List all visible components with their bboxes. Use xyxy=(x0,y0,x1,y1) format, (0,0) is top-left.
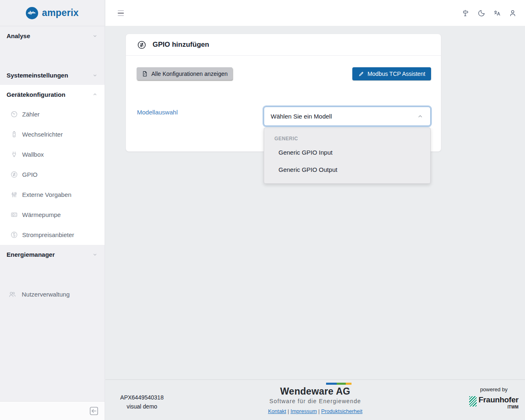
chevron-up-icon xyxy=(417,113,424,120)
waveform-circle-icon xyxy=(26,7,38,19)
section-label: Gerätekonfiguration xyxy=(7,91,65,98)
fraunhofer-institute: ITWM xyxy=(507,405,518,409)
wendeware-color-bar xyxy=(326,383,352,385)
main-area: GPIO hinzufügen Alle Konfigurationen anz… xyxy=(105,0,525,420)
card-header: GPIO hinzufügen xyxy=(126,34,441,56)
sidebar-item-wechselrichter[interactable]: Wechselrichter xyxy=(0,124,105,144)
footer-links: Kontakt | Impressum | Produktsicherheit xyxy=(229,408,402,414)
sidebar-item-nutzerverwaltung[interactable]: Nutzerverwaltung xyxy=(0,284,105,304)
inverter-battery-icon xyxy=(10,130,18,138)
meter-gauge-icon xyxy=(10,110,18,118)
section-label: Systemeinstellungen xyxy=(7,72,68,79)
fraunhofer-stripes-icon xyxy=(469,396,477,406)
sidebar-section-systemeinstellungen[interactable]: Systemeinstellungen xyxy=(0,66,105,85)
sidebar-item-zaehler[interactable]: Zähler xyxy=(0,104,105,124)
brand-logo[interactable]: amperix xyxy=(0,0,105,26)
item-label: Wärmepumpe xyxy=(22,211,61,218)
sidebar-item-externe-vorgaben[interactable]: Externe Vorgaben xyxy=(0,185,105,205)
topbar-icons xyxy=(461,8,518,18)
company-tagline: Software für die Energiewende xyxy=(229,398,402,404)
brand-name: amperix xyxy=(42,7,79,18)
topbar xyxy=(105,0,525,26)
device-serial: APX6449540318 xyxy=(111,393,173,402)
heat-pump-icon xyxy=(10,211,18,219)
sidebar-section-energiemanager[interactable]: Energiemanager xyxy=(0,245,105,264)
item-label: GPIO xyxy=(22,171,38,178)
link-impressum[interactable]: Impressum xyxy=(290,408,317,414)
sidebar-item-strompreisanbieter[interactable]: Strompreisanbieter xyxy=(0,225,105,245)
item-label: Nutzerverwaltung xyxy=(22,291,70,298)
card-toolbar: Alle Konfigurationen anzeigen Modbus TCP… xyxy=(137,67,431,80)
spacer xyxy=(0,46,105,66)
section-label: Energiemanager xyxy=(7,251,55,258)
sidebar-item-waermepumpe[interactable]: Wärmepumpe xyxy=(0,205,105,225)
sidebar: amperix Analyse Systemeinstellungen Gerä… xyxy=(0,0,105,420)
item-label: Wechselrichter xyxy=(22,131,63,138)
device-info: APX6449540318 visual demo xyxy=(111,393,173,411)
sidebar-nav: Analyse Systemeinstellungen Gerätekonfig… xyxy=(0,26,105,304)
button-label: Modbus TCP Assistent xyxy=(368,71,425,77)
sidebar-group-geraetekonfiguration: Gerätekonfiguration Zähler Wechselricht xyxy=(0,85,105,245)
link-produktsicherheit[interactable]: Produktsicherheit xyxy=(321,408,362,414)
page-title: GPIO hinzufügen xyxy=(153,41,209,49)
sidebar-item-gpio[interactable]: GPIO xyxy=(0,164,105,185)
gpio-swap-icon xyxy=(10,171,18,178)
pen-icon xyxy=(358,71,364,77)
section-label: Analyse xyxy=(7,32,30,39)
dropdown-option-generic-gpio-input[interactable]: Generic GPIO Input xyxy=(264,144,430,161)
document-icon xyxy=(142,71,148,77)
price-dollar-circle-icon xyxy=(10,231,18,239)
signpost-icon[interactable] xyxy=(461,8,471,18)
item-label: Strompreisanbieter xyxy=(22,231,74,238)
item-label: Wallbox xyxy=(22,151,44,158)
dropdown-option-generic-gpio-output[interactable]: Generic GPIO Output xyxy=(264,161,430,178)
spacer xyxy=(0,264,105,284)
chevron-down-icon xyxy=(92,72,98,78)
translate-language-icon[interactable] xyxy=(492,8,502,18)
fraunhofer-name: Fraunhofer xyxy=(479,395,518,404)
chevron-down-icon xyxy=(92,251,98,258)
sidebar-footer xyxy=(0,401,105,420)
modbus-tcp-assistant-button[interactable]: Modbus TCP Assistent xyxy=(352,67,431,80)
button-label: Alle Konfigurationen anzeigen xyxy=(151,71,228,77)
page-footer: APX6449540318 visual demo Wendeware AG S… xyxy=(105,379,525,420)
powered-by-label: powered by xyxy=(469,386,518,393)
item-label: Zähler xyxy=(22,111,40,118)
link-separator: | xyxy=(288,408,290,414)
link-kontakt[interactable]: Kontakt xyxy=(268,408,286,414)
model-dropdown-menu: GENERIC Generic GPIO Input Generic GPIO … xyxy=(264,128,431,184)
chevron-down-icon xyxy=(92,33,98,39)
sidebar-section-geraetekonfiguration[interactable]: Gerätekonfiguration xyxy=(0,85,105,104)
model-select-label: Modellauswahl xyxy=(137,109,178,116)
hamburger-menu-icon[interactable] xyxy=(118,9,124,18)
company-name: Wendeware AG xyxy=(229,386,402,397)
sliders-icon xyxy=(10,191,18,199)
moon-dark-mode-icon[interactable] xyxy=(477,8,486,18)
chevron-up-icon xyxy=(92,91,98,98)
fraunhofer-logo: Fraunhofer ITWM xyxy=(469,395,518,409)
device-mode: visual demo xyxy=(111,402,173,411)
sidebar-section-analyse[interactable]: Analyse xyxy=(0,26,105,46)
plug-icon xyxy=(10,151,18,158)
gpio-swap-icon xyxy=(137,40,146,50)
collapse-sidebar-arrow-icon[interactable] xyxy=(89,406,99,416)
content-area: GPIO hinzufügen Alle Konfigurationen anz… xyxy=(105,26,525,379)
user-profile-icon[interactable] xyxy=(508,8,518,18)
link-separator: | xyxy=(318,408,321,414)
model-select[interactable]: Wählen Sie ein Modell xyxy=(264,107,431,126)
users-icon xyxy=(8,290,16,299)
company-block: Wendeware AG Software für die Energiewen… xyxy=(229,383,402,414)
show-all-configurations-button[interactable]: Alle Konfigurationen anzeigen xyxy=(137,67,233,80)
model-select-value: Wählen Sie ein Modell xyxy=(271,113,332,120)
dropdown-group-label: GENERIC xyxy=(264,133,430,144)
powered-by-block: powered by Fraunhofer ITWM xyxy=(469,386,518,409)
gpio-add-card: GPIO hinzufügen Alle Konfigurationen anz… xyxy=(126,34,441,152)
sidebar-item-wallbox[interactable]: Wallbox xyxy=(0,144,105,164)
item-label: Externe Vorgaben xyxy=(22,191,71,198)
